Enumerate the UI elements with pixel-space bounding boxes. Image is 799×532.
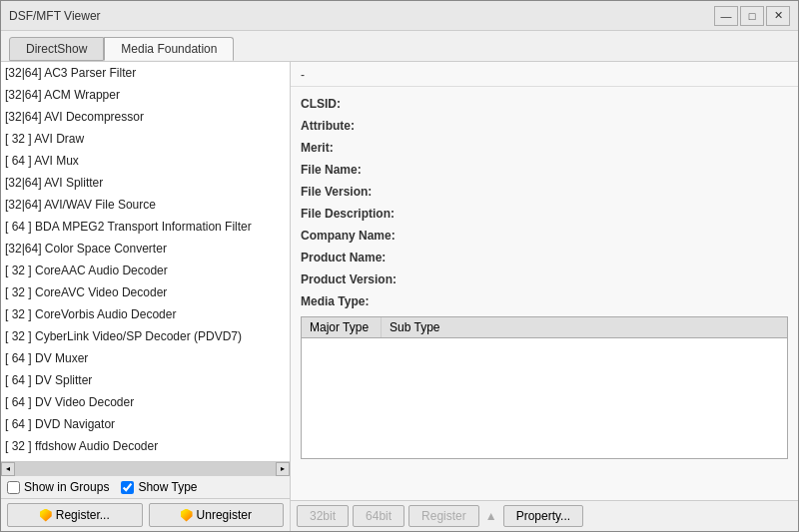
list-item[interactable]: [ 64 ] AVI Mux xyxy=(1,150,290,172)
unregister-button[interactable]: Unregister xyxy=(149,503,285,527)
list-item[interactable]: [32|64] AVI Splitter xyxy=(1,172,290,194)
companyname-label: Company Name: xyxy=(301,227,420,245)
clsid-row: CLSID: xyxy=(301,93,788,115)
left-panel: [32|64] AC3 Parser Filter[32|64] ACM Wra… xyxy=(1,62,291,531)
clsid-label: CLSID: xyxy=(301,95,420,113)
productname-label: Product Name: xyxy=(301,249,420,266)
mediatype-row: Media Type: xyxy=(301,290,788,312)
64bit-button[interactable]: 64bit xyxy=(353,505,404,527)
fileversion-label: File Version: xyxy=(301,183,420,201)
horizontal-scrollbar[interactable]: ◂ ▸ xyxy=(1,461,290,475)
right-register-button[interactable]: Register xyxy=(408,505,479,527)
minimize-button[interactable]: — xyxy=(714,6,738,26)
show-in-groups-checkbox[interactable] xyxy=(7,481,20,494)
mediatype-label: Media Type: xyxy=(301,292,420,310)
unregister-shield-icon xyxy=(181,509,193,522)
maximize-button[interactable]: □ xyxy=(740,6,764,26)
close-button[interactable]: ✕ xyxy=(766,6,790,26)
merit-row: Merit: xyxy=(301,137,788,159)
filename-row: File Name: xyxy=(301,159,788,181)
scroll-right-arrow[interactable]: ▸ xyxy=(276,462,290,476)
filename-label: File Name: xyxy=(301,161,420,179)
productversion-row: Product Version: xyxy=(301,268,788,290)
list-item[interactable]: [ 32 ] AVI Draw xyxy=(1,128,290,150)
filedescription-label: File Description: xyxy=(301,205,420,223)
list-item[interactable]: [ 32 ] CyberLink Video/SP Decoder (PDVD7… xyxy=(1,325,290,347)
right-footer: 32bit 64bit Register ▲ Property... xyxy=(291,500,798,531)
filedescription-row: File Description: xyxy=(301,203,788,225)
list-item[interactable]: [32|64] AVI Decompressor xyxy=(1,106,290,128)
32bit-button[interactable]: 32bit xyxy=(297,505,349,527)
selected-item-indicator: - xyxy=(291,62,798,87)
major-type-col-header: Major Type xyxy=(302,317,382,337)
properties-area: CLSID: Attribute: Merit: File Name: File… xyxy=(291,87,798,500)
main-content: [32|64] AC3 Parser Filter[32|64] ACM Wra… xyxy=(1,62,798,531)
merit-label: Merit: xyxy=(301,139,420,157)
list-item[interactable]: [ 32 ] CoreVorbis Audio Decoder xyxy=(1,303,290,325)
list-item[interactable]: [ 32 ] CoreAVC Video Decoder xyxy=(1,281,290,303)
scroll-track[interactable] xyxy=(15,462,276,476)
scroll-left-arrow[interactable]: ◂ xyxy=(1,462,15,476)
list-item[interactable]: [ 64 ] DV Splitter xyxy=(1,369,290,391)
list-item[interactable]: [32|64] AVI/WAV File Source xyxy=(1,194,290,216)
right-panel: - CLSID: Attribute: Merit: File Name: xyxy=(291,62,798,531)
productname-row: Product Name: xyxy=(301,247,788,268)
register-separator: ▲ xyxy=(483,509,499,523)
register-button[interactable]: Register... xyxy=(7,503,143,527)
list-item[interactable]: [ 64 ] DVD Navigator xyxy=(1,413,290,435)
window-title: DSF/MFT Viewer xyxy=(9,9,714,23)
media-type-table: Major Type Sub Type xyxy=(301,316,788,459)
tab-directshow[interactable]: DirectShow xyxy=(9,37,104,61)
attribute-row: Attribute: xyxy=(301,115,788,137)
title-bar: DSF/MFT Viewer — □ ✕ xyxy=(1,1,798,31)
list-item[interactable]: [ 64 ] BDA MPEG2 Transport Information F… xyxy=(1,216,290,238)
media-type-header: Major Type Sub Type xyxy=(302,317,787,338)
tab-media-foundation[interactable]: Media Foundation xyxy=(104,37,234,61)
left-footer: Register... Unregister xyxy=(1,498,290,531)
list-item[interactable]: [32|64] ACM Wrapper xyxy=(1,84,290,106)
show-in-groups-label[interactable]: Show in Groups xyxy=(7,480,109,494)
filter-list[interactable]: [32|64] AC3 Parser Filter[32|64] ACM Wra… xyxy=(1,62,290,461)
property-button[interactable]: Property... xyxy=(503,505,583,527)
window-controls: — □ ✕ xyxy=(714,6,790,26)
attribute-label: Attribute: xyxy=(301,117,420,135)
fileversion-row: File Version: xyxy=(301,181,788,203)
productversion-label: Product Version: xyxy=(301,270,420,288)
list-item[interactable]: [ 64 ] DV Muxer xyxy=(1,347,290,369)
main-window: DSF/MFT Viewer — □ ✕ DirectShow Media Fo… xyxy=(0,0,799,532)
list-item[interactable]: [32|64] AC3 Parser Filter xyxy=(1,62,290,84)
list-item[interactable]: [ 32 ] CoreAAC Audio Decoder xyxy=(1,260,290,281)
show-type-label[interactable]: Show Type xyxy=(121,480,197,494)
register-shield-icon xyxy=(40,509,52,522)
left-bottom-controls: Show in Groups Show Type xyxy=(1,475,290,498)
media-type-body xyxy=(302,338,787,458)
companyname-row: Company Name: xyxy=(301,225,788,247)
show-type-checkbox[interactable] xyxy=(121,481,134,494)
list-item[interactable]: [ 32 ] ffdshow Audio Decoder xyxy=(1,435,290,457)
list-item[interactable]: [32|64] Color Space Converter xyxy=(1,238,290,260)
sub-type-col-header: Sub Type xyxy=(382,317,461,337)
tab-bar: DirectShow Media Foundation xyxy=(1,31,798,62)
list-item[interactable]: [ 64 ] DV Video Decoder xyxy=(1,391,290,413)
